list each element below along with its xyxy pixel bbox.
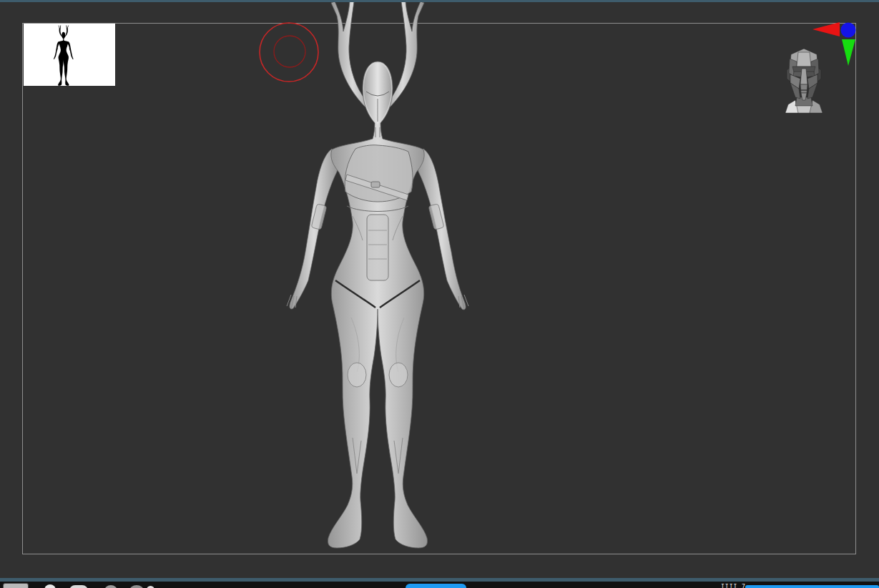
os-taskbar[interactable]: IIII 7: [0, 582, 879, 588]
head-preview[interactable]: [781, 43, 827, 114]
x-axis-icon[interactable]: [812, 22, 840, 36]
brush-outer-ring: [260, 23, 318, 82]
y-axis-icon[interactable]: [842, 39, 855, 66]
app-icon-1[interactable]: [44, 584, 56, 588]
app-window: IIII 7: [0, 0, 879, 588]
brush-inner-ring: [274, 36, 305, 67]
app-icon-3[interactable]: [104, 585, 117, 588]
silhouette-figure: [52, 25, 75, 86]
window-top-accent: [0, 0, 879, 2]
taskbar-progress-bar: [745, 585, 879, 588]
brush-cursor: [256, 19, 324, 87]
window-thumbnail-icon[interactable]: [3, 583, 29, 588]
active-taskbar-button[interactable]: [406, 584, 466, 588]
z-axis-icon[interactable]: [841, 23, 856, 38]
tray-text-fragment: IIII 7: [721, 584, 746, 588]
app-icon-2[interactable]: [69, 585, 88, 588]
silhouette-thumbnail[interactable]: [24, 24, 115, 86]
app-icon-4[interactable]: [129, 585, 144, 588]
